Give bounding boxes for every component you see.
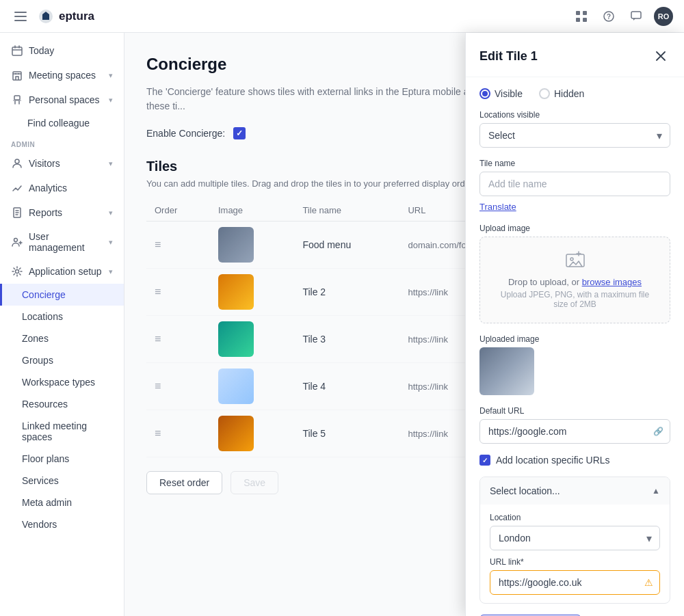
sidebar-sub-label-meta-admin: Meta admin: [22, 497, 72, 508]
visitors-icon: [11, 157, 23, 170]
sidebar-sub-item-vendors[interactable]: Vendors: [0, 513, 124, 535]
sidebar-sub-item-services[interactable]: Services: [0, 470, 124, 492]
tile-name-1: Food menu: [294, 222, 399, 269]
uploaded-image-label: Uploaded image: [479, 334, 670, 344]
uploaded-image-section: Uploaded image: [479, 334, 670, 395]
sidebar-label-today: Today: [29, 45, 54, 56]
translate-link[interactable]: Translate: [479, 202, 516, 212]
default-url-label: Default URL: [479, 406, 670, 416]
radio-hidden-dot: [539, 88, 550, 99]
tile-image-4: [218, 369, 254, 404]
location-card-header[interactable]: Select location... ▲: [480, 477, 670, 505]
sidebar-sub-item-resources[interactable]: Resources: [0, 393, 124, 415]
chevron-icon-6: ▾: [109, 267, 113, 276]
svg-rect-11: [12, 47, 22, 55]
locations-visible-label: Locations visible: [479, 110, 670, 120]
reset-order-button[interactable]: Reset order: [146, 471, 222, 494]
logo-text: eptura: [59, 10, 94, 23]
sidebar-item-reports[interactable]: Reports ▾: [0, 200, 124, 225]
building-icon: [11, 69, 23, 81]
chevron-up-icon: ▲: [652, 486, 660, 496]
sidebar-sub-item-groups[interactable]: Groups: [0, 349, 124, 371]
url-link-input[interactable]: [490, 570, 660, 595]
sidebar-sub-item-locations[interactable]: Locations: [0, 306, 124, 327]
user-avatar[interactable]: RO: [654, 7, 673, 26]
drag-handle-4[interactable]: ≡: [155, 380, 161, 392]
uploaded-image-preview: [479, 347, 534, 395]
apps-icon[interactable]: [572, 7, 591, 26]
location-card: Select location... ▲ Location London URL…: [479, 477, 670, 604]
tile-name-input[interactable]: [479, 172, 670, 196]
location-urls-checkbox-row: Add location specific URLs: [479, 455, 670, 466]
upload-hint: Upload JPEG, PNG, with a maximum file si…: [494, 290, 656, 309]
tile-image-3: [218, 321, 254, 357]
location-select[interactable]: London: [490, 526, 660, 550]
sidebar-sub-item-concierge[interactable]: Concierge: [0, 284, 124, 306]
sidebar-sub-item-floor-plans[interactable]: Floor plans: [0, 448, 124, 470]
upload-image-label: Upload image: [479, 224, 670, 233]
drag-handle-2[interactable]: ≡: [155, 286, 161, 297]
sidebar-sub-label-floor-plans: Floor plans: [22, 453, 69, 464]
sidebar-sub-item-meta-admin[interactable]: Meta admin: [0, 492, 124, 513]
sidebar-label-user-management: User management: [29, 231, 103, 253]
svg-rect-5: [583, 11, 587, 15]
tile-name-4: Tile 4: [294, 363, 399, 410]
svg-rect-1: [14, 16, 27, 17]
help-icon[interactable]: ?: [599, 7, 618, 26]
close-button[interactable]: [651, 46, 670, 66]
drag-handle-3[interactable]: ≡: [155, 333, 161, 345]
select-location-label: Select location...: [490, 485, 560, 496]
drag-handle-1[interactable]: ≡: [155, 239, 161, 250]
location-urls-checkbox[interactable]: [479, 455, 490, 466]
hamburger-menu[interactable]: [11, 7, 30, 26]
default-url-wrapper: 🔗: [479, 419, 670, 444]
sidebar-item-today[interactable]: Today: [0, 38, 124, 63]
chevron-icon: ▾: [109, 71, 113, 80]
sidebar-label-reports: Reports: [29, 207, 62, 218]
radio-hidden[interactable]: Hidden: [539, 88, 584, 99]
svg-point-19: [16, 270, 19, 273]
chevron-icon-5: ▾: [109, 238, 113, 247]
tile-name-label: Tile name: [479, 159, 670, 168]
radio-visible[interactable]: Visible: [479, 88, 523, 99]
upload-image-section: Upload image Drop to upload, or browse i…: [479, 224, 670, 323]
sidebar-sub-item-workspace-types[interactable]: Workspace types: [0, 371, 124, 393]
sidebar-item-find-colleague[interactable]: Find colleague: [0, 112, 124, 134]
svg-rect-4: [576, 11, 580, 15]
location-select-wrapper: London: [490, 526, 660, 550]
sidebar-sub-item-zones[interactable]: Zones: [0, 327, 124, 349]
analytics-icon: [11, 182, 23, 194]
chat-icon[interactable]: [627, 7, 646, 26]
drag-handle-5[interactable]: ≡: [155, 427, 161, 439]
url-link-label: URL link*: [490, 557, 660, 567]
sidebar-sub-label-resources: Resources: [22, 399, 68, 410]
upload-icon: [494, 251, 656, 271]
radio-hidden-label: Hidden: [554, 88, 584, 99]
warning-icon: ⚠: [644, 577, 653, 588]
sidebar-item-visitors[interactable]: Visitors ▾: [0, 151, 124, 176]
radio-visible-label: Visible: [495, 88, 523, 99]
svg-rect-12: [13, 72, 21, 80]
svg-point-18: [14, 239, 18, 242]
locations-select[interactable]: Select: [479, 123, 670, 148]
enable-checkbox[interactable]: [233, 127, 246, 139]
sidebar-sub-label-groups: Groups: [22, 355, 53, 366]
sidebar-item-application-setup[interactable]: Application setup ▾: [0, 259, 124, 284]
upload-area[interactable]: Drop to upload, or browse images Upload …: [479, 237, 670, 323]
tile-image-5: [218, 416, 254, 451]
sidebar-item-user-management[interactable]: User management ▾: [0, 225, 124, 259]
location-field: Location London: [490, 513, 660, 550]
sidebar-sub-item-linked-meeting-spaces[interactable]: Linked meeting spaces: [0, 415, 124, 448]
svg-point-16: [15, 159, 19, 163]
svg-text:?: ?: [607, 13, 611, 21]
default-url-field: Default URL 🔗: [479, 406, 670, 444]
sidebar-item-analytics[interactable]: Analytics: [0, 176, 124, 200]
sidebar-item-personal-spaces[interactable]: Personal spaces ▾: [0, 88, 124, 112]
upload-text: Drop to upload, or browse images: [494, 277, 656, 287]
default-url-input[interactable]: [479, 419, 670, 444]
chevron-icon-3: ▾: [109, 159, 113, 168]
sidebar-sub-label-vendors: Vendors: [22, 519, 57, 530]
sidebar-item-meeting-spaces[interactable]: Meeting spaces ▾: [0, 63, 124, 88]
tile-name-3: Tile 3: [294, 316, 399, 363]
browse-images-link[interactable]: browse images: [582, 277, 642, 287]
